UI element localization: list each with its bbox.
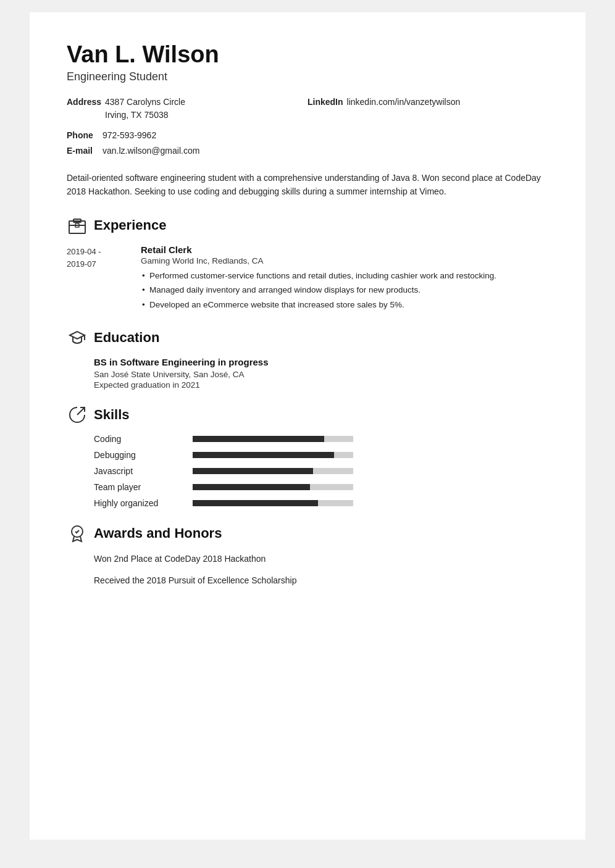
skill-bar-fill [193,484,310,490]
education-header: Education [67,327,548,348]
awards-title: Awards and Honors [94,525,222,541]
skill-name: Highly organized [94,498,193,508]
experience-header: Experience [67,215,548,236]
skill-row: Highly organized [94,498,548,508]
education-title: Education [94,330,159,346]
exp-bullet: Managed daily inventory and arranged win… [141,283,548,297]
awards-header: Awards and Honors [67,523,548,544]
skill-row: Javascript [94,466,548,476]
experience-item: 2019-04 - 2019-07Retail ClerkGaming Worl… [67,244,548,313]
exp-job-title: Retail Clerk [141,244,548,255]
phone-label: Phone [67,129,99,142]
email-label: E-mail [67,144,99,157]
header-section: Van L. Wilson Engineering Student [67,42,548,83]
address-value: 4387 Carolyns Circle Irving, TX 75038 [105,96,185,122]
skill-row: Team player [94,482,548,492]
exp-content: Retail ClerkGaming World Inc, Redlands, … [141,244,548,313]
skill-bar-container [193,452,353,458]
contact-section: Address 4387 Carolyns Circle Irving, TX … [67,96,548,157]
contact-linkedin-row: LinkedIn linkedin.com/in/vanzetywilson [308,96,548,122]
exp-bullet: Performed customer-service functions and… [141,269,548,283]
exp-bullets: Performed customer-service functions and… [141,269,548,312]
edu-degree: BS in Software Engineering in progress [94,357,548,367]
skill-name: Team player [94,482,193,492]
skill-name: Debugging [94,450,193,460]
award-item: Won 2nd Place at CodeDay 2018 Hackathon [94,553,548,565]
skill-bar-fill [193,500,318,506]
award-item: Received the 2018 Pursuit of Excellence … [94,574,548,587]
awards-icon [67,523,88,544]
email-value: van.lz.wilson@gmail.com [102,144,199,157]
education-item: BS in Software Engineering in progressSa… [67,357,548,390]
skill-bar-fill [193,452,334,458]
experience-section: Experience 2019-04 - 2019-07Retail Clerk… [67,215,548,313]
skill-name: Javascript [94,466,193,476]
contact-email-row: E-mail van.lz.wilson@gmail.com [67,144,308,157]
skill-name: Coding [94,434,193,444]
exp-bullet: Developed an eCommerce website that incr… [141,298,548,312]
exp-company: Gaming World Inc, Redlands, CA [141,256,548,265]
experience-icon [67,215,88,236]
skill-bar-container [193,484,353,490]
exp-dates: 2019-04 - 2019-07 [67,244,135,313]
skill-bar-container [193,436,353,442]
skill-bar-container [193,500,353,506]
resume-page: Van L. Wilson Engineering Student Addres… [30,12,585,840]
education-icon [67,327,88,348]
skill-row: Coding [94,434,548,444]
awards-items: Won 2nd Place at CodeDay 2018 HackathonR… [67,553,548,587]
address-line1: 4387 Carolyns Circle [105,96,185,109]
skill-bar-fill [193,436,324,442]
linkedin-value: linkedin.com/in/vanzetywilson [347,96,461,109]
skill-bar-fill [193,468,313,474]
skills-section: Skills CodingDebuggingJavascriptTeam pla… [67,404,548,508]
education-items: BS in Software Engineering in progressSa… [67,357,548,390]
candidate-title: Engineering Student [67,70,548,83]
skill-row: Debugging [94,450,548,460]
experience-title: Experience [94,217,166,233]
address-label: Address [67,96,101,109]
awards-section: Awards and Honors Won 2nd Place at CodeD… [67,523,548,587]
experience-items: 2019-04 - 2019-07Retail ClerkGaming Worl… [67,244,548,313]
skills-icon [67,404,88,425]
edu-school: San José State University, San José, CA [94,370,548,379]
address-line2: Irving, TX 75038 [105,109,185,122]
candidate-name: Van L. Wilson [67,42,548,68]
contact-phone-row: Phone 972-593-9962 [67,129,308,142]
skills-items: CodingDebuggingJavascriptTeam playerHigh… [67,434,548,508]
edu-grad: Expected graduation in 2021 [94,380,548,390]
linkedin-label: LinkedIn [308,96,343,109]
skills-header: Skills [67,404,548,425]
education-section: Education BS in Software Engineering in … [67,327,548,390]
skills-title: Skills [94,407,129,423]
summary-text: Detail-oriented software engineering stu… [67,171,548,199]
contact-address-row: Address 4387 Carolyns Circle Irving, TX … [67,96,308,122]
skill-bar-container [193,468,353,474]
phone-value: 972-593-9962 [102,129,156,142]
